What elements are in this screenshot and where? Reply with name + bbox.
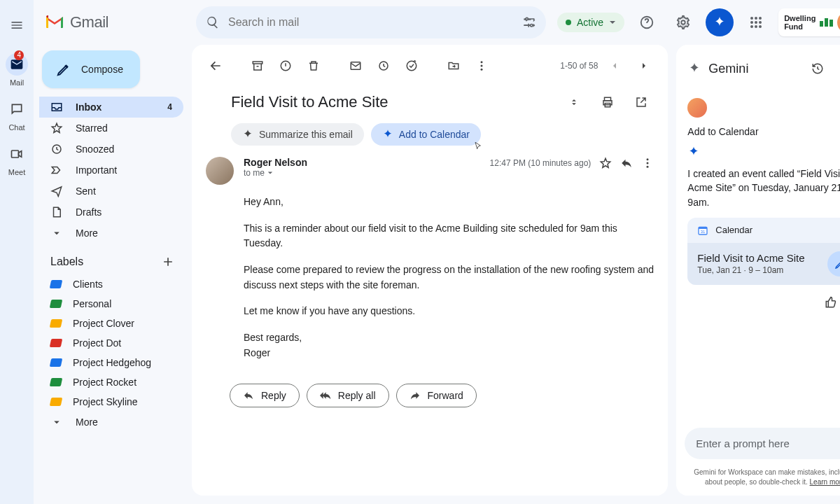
reply-all-button[interactable]: Reply all [307,384,389,407]
main-menu-button[interactable] [0,8,34,42]
sidebar-labels-more[interactable]: More [39,412,183,433]
rail-mail[interactable]: 4 Mail [6,53,28,87]
chat-icon [6,98,28,120]
prev-page-button[interactable] [602,53,627,78]
avatar[interactable] [837,11,840,34]
card-title: Field Visit to Acme Site [697,252,804,264]
sidebar-item-drafts[interactable]: Drafts [39,202,183,223]
sidebar-item-important[interactable]: Important [39,160,183,181]
label-text: Project Hedgehog [73,357,151,368]
org-chip[interactable]: Dwelling Fund [778,8,840,36]
label-text: Project Dot [73,337,121,349]
thumbs-up-button[interactable] [825,296,837,309]
expand-button[interactable] [561,90,587,115]
svg-point-28 [647,166,649,168]
edit-event-button[interactable] [827,251,840,276]
support-button[interactable] [633,8,661,36]
svg-point-11 [750,25,753,28]
pencil-icon [56,62,71,77]
chevron-down-icon[interactable] [267,170,273,176]
reply-button-icon[interactable] [620,157,633,169]
settings-button[interactable] [669,8,697,36]
body-paragraph: Let me know if you have any questions. [244,304,654,319]
open-new-button[interactable] [629,90,654,115]
gemini-footer: Gemini for Workspace can make mistakes, … [676,463,840,496]
org-logo-icon [820,18,833,27]
add-calendar-chip[interactable]: Add to Calendar [371,123,481,146]
add-label-button[interactable] [161,255,175,269]
svg-point-4 [681,20,685,24]
rail-item-label: Mail [10,78,24,87]
sidebar-item-inbox[interactable]: Inbox 4 [39,97,183,118]
move-to-button[interactable] [441,53,466,78]
back-button[interactable] [203,53,228,78]
body-paragraph: Hey Ann, [244,195,654,210]
svg-point-10 [759,21,762,24]
search-options-icon[interactable] [522,15,536,29]
timestamp: 12:47 PM (10 minutes ago) [490,158,592,168]
sparkle-icon [687,146,700,158]
summarize-chip[interactable]: Summarize this email [231,123,364,146]
label-text: Project Clover [73,318,134,329]
user-avatar [687,98,707,118]
reply-button[interactable]: Reply [230,384,300,407]
sidebar-label-item[interactable]: Project Rocket [39,372,186,392]
star-button[interactable] [599,157,612,169]
compose-button[interactable]: Compose [42,50,140,88]
sidebar-item-more[interactable]: More [39,223,183,244]
sender-avatar[interactable] [206,157,234,185]
calendar-icon: 31 [697,225,708,236]
label-color-icon [50,358,63,367]
svg-text:31: 31 [701,230,706,234]
recipients: to me [244,168,265,178]
label-color-icon [50,398,63,406]
next-page-button[interactable] [631,53,657,78]
sidebar-item-label: More [76,416,98,428]
compose-label: Compose [81,64,123,75]
spam-button[interactable] [273,53,298,78]
svg-point-19 [407,61,416,71]
archive-button[interactable] [245,53,270,78]
history-button[interactable] [805,56,830,81]
delete-button[interactable] [301,53,326,78]
sidebar-label-item[interactable]: Project Hedgehog [39,353,186,372]
close-button[interactable] [837,56,840,81]
sidebar-item-starred[interactable]: Starred [39,118,183,139]
apps-button[interactable] [742,8,770,36]
rail-meet[interactable]: Meet [6,143,28,176]
email-subject: Field Visit to Acme Site [231,93,553,111]
print-button[interactable] [595,90,620,115]
clock-icon [50,143,64,155]
forward-icon [410,390,421,401]
sidebar-item-snoozed[interactable]: Snoozed [39,139,183,160]
search-bar[interactable] [196,6,546,38]
svg-rect-30 [699,227,707,229]
inbox-icon [50,101,64,113]
more-button[interactable] [469,53,494,78]
app-name: Gmail [70,13,108,31]
sidebar-item-sent[interactable]: Sent [39,181,183,202]
msg-more-button[interactable] [641,157,654,169]
sidebar-label-item[interactable]: Clients [39,274,186,294]
gemini-button[interactable] [706,8,734,36]
sidebar-label-item[interactable]: Personal [39,294,186,314]
search-input[interactable] [228,16,514,29]
action-label: Reply [261,390,286,401]
status-chip[interactable]: Active [557,13,624,32]
calendar-card[interactable]: 31 Calendar Field Visit to Acme Site Tue… [687,218,840,285]
learn-more-link[interactable]: Learn more [810,478,840,486]
add-task-button[interactable] [399,53,424,78]
forward-button[interactable]: Forward [396,384,477,407]
reply-icon [243,390,254,401]
sidebar-label-item[interactable]: Project Clover [39,314,186,333]
mark-unread-button[interactable] [343,53,368,78]
gemini-input[interactable]: Enter a prompt here [685,428,840,459]
chip-label: Add to Calendar [399,129,470,140]
sidebar-label-item[interactable]: Project Skyline [39,392,186,412]
status-label: Active [577,17,603,28]
sidebar-label-item[interactable]: Project Dot [39,333,186,353]
labels-header: Labels [50,255,83,268]
rail-chat[interactable]: Chat [6,98,28,132]
sender-name: Roger Nelson [244,157,307,168]
snooze-button[interactable] [371,53,396,78]
